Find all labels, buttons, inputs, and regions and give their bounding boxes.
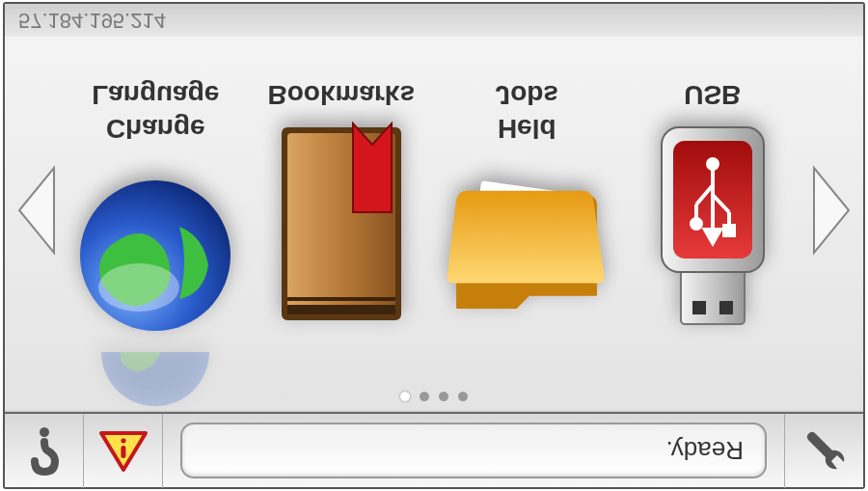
question-icon — [24, 425, 65, 476]
page-dot — [400, 392, 410, 401]
screen-frame: Ready. — [3, 2, 865, 489]
svg-point-7 — [98, 264, 179, 313]
wrench-icon — [800, 426, 849, 475]
chevron-right-icon — [810, 165, 853, 258]
svg-marker-30 — [814, 169, 849, 254]
help-button[interactable] — [5, 413, 84, 488]
nav-left-button[interactable] — [11, 163, 63, 259]
top-bar: Ready. — [5, 412, 863, 487]
nav-right-button[interactable] — [805, 163, 857, 259]
svg-rect-10 — [287, 306, 395, 315]
svg-rect-28 — [724, 227, 734, 236]
svg-rect-3 — [121, 446, 125, 458]
footer-bar: 57.184.195.214 — [5, 4, 863, 37]
app-usb[interactable]: USB — [621, 79, 804, 319]
app-label: USB — [684, 79, 741, 113]
chevron-left-icon — [15, 165, 58, 258]
page-dot — [420, 392, 429, 401]
svg-marker-4 — [19, 169, 54, 254]
alert-button[interactable] — [84, 413, 163, 488]
svg-point-25 — [692, 220, 701, 230]
app-change-language[interactable]: Change Language — [64, 79, 247, 353]
main-area: Change Language — [5, 37, 863, 385]
status-text: Ready. — [666, 436, 744, 466]
app-label: Held Jobs — [496, 79, 558, 147]
svg-point-2 — [121, 438, 125, 443]
svg-rect-16 — [681, 267, 745, 325]
svg-rect-17 — [692, 302, 706, 315]
app-bookmarks[interactable]: Bookmarks — [250, 79, 433, 319]
usb-icon — [626, 126, 800, 319]
app-grid: Change Language — [63, 69, 805, 353]
folder-icon — [440, 160, 613, 353]
app-label: Bookmarks — [267, 79, 415, 113]
bookmark-icon — [255, 126, 428, 319]
app-label: Change Language — [92, 79, 219, 147]
svg-point-0 — [40, 427, 49, 437]
page-dot — [439, 392, 448, 401]
warning-triangle-icon — [97, 427, 149, 474]
app-held-jobs[interactable]: Held Jobs — [435, 79, 618, 353]
page-dot — [458, 392, 468, 401]
status-display: Ready. — [180, 423, 767, 478]
globe-icon — [68, 160, 242, 353]
ip-address: 57.184.195.214 — [18, 8, 166, 33]
svg-rect-11 — [287, 298, 395, 302]
settings-button[interactable] — [784, 413, 863, 488]
svg-rect-18 — [719, 302, 733, 315]
